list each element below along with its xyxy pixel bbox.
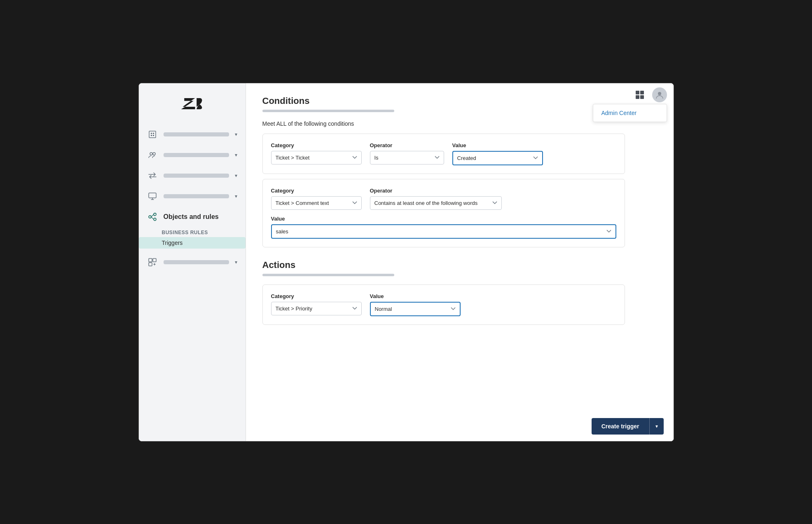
condition-2-value-label: Value	[271, 216, 616, 222]
app-frame: Admin Center	[138, 83, 674, 442]
user-avatar[interactable]	[652, 87, 667, 102]
chevron-down-icon-people: ▾	[235, 152, 237, 158]
nav-items: ▾ ▾	[139, 124, 246, 273]
sidebar-item-people[interactable]: ▾	[139, 145, 246, 165]
create-trigger-dropdown-button[interactable]: ▾	[649, 418, 664, 435]
action-card-1: Category Ticket > Priority Value Normal	[262, 284, 625, 325]
grid-cell-4	[640, 95, 644, 99]
sub-nav: Business rules Triggers	[139, 227, 246, 249]
svg-rect-13	[153, 258, 156, 262]
building-icon	[147, 129, 158, 140]
sidebar: ▾ ▾	[139, 83, 246, 441]
condition-row-2: Category Ticket > Comment text Operator …	[271, 188, 616, 210]
condition-2-operator-group: Operator Contains at least one of the fo…	[370, 188, 502, 210]
condition-1-value-select[interactable]: Created	[452, 151, 543, 165]
svg-rect-2	[151, 133, 152, 134]
svg-rect-3	[153, 133, 154, 134]
chevron-down-icon-routing: ▾	[235, 173, 237, 179]
condition-2-category-select[interactable]: Ticket > Comment text	[271, 196, 362, 210]
admin-center-dropdown: Admin Center	[593, 104, 667, 122]
bottom-spacer	[262, 330, 625, 363]
objects-rules-label: Objects and rules	[164, 213, 237, 221]
action-row-1: Category Ticket > Priority Value Normal	[271, 293, 616, 316]
conditions-subtitle: Meet ALL of the following conditions	[262, 120, 625, 127]
conditions-section: Conditions Meet ALL of the following con…	[262, 96, 625, 247]
chevron-down-icon-monitor: ▾	[235, 193, 237, 199]
svg-rect-12	[149, 258, 152, 262]
sidebar-item-workspace[interactable]: ▾	[139, 124, 246, 145]
condition-2-operator-select[interactable]: Contains at least one of the following w…	[370, 196, 502, 210]
condition-1-category-select[interactable]: Ticket > Ticket	[271, 151, 362, 164]
nav-label-bar-workspace	[164, 132, 229, 136]
create-trigger-button[interactable]: Create trigger	[592, 418, 649, 435]
action-1-category-label: Category	[271, 293, 362, 299]
condition-1-operator-label: Operator	[370, 142, 444, 148]
svg-rect-1	[149, 131, 156, 138]
sidebar-item-monitor[interactable]: ▾	[139, 186, 246, 207]
sidebar-item-objects-rules[interactable]: Objects and rules	[139, 207, 246, 227]
conditions-title: Conditions	[262, 96, 625, 106]
svg-rect-4	[151, 135, 152, 136]
condition-1-category-label: Category	[271, 142, 362, 148]
grid-icon-button[interactable]	[632, 87, 647, 102]
objects-rules-icon	[147, 211, 158, 222]
conditions-bar	[262, 110, 394, 112]
condition-2-category-label: Category	[271, 188, 362, 194]
content-area: Conditions Meet ALL of the following con…	[246, 83, 674, 441]
svg-point-10	[154, 213, 156, 216]
content-inner: Conditions Meet ALL of the following con…	[246, 83, 641, 375]
action-1-category-select[interactable]: Ticket > Priority	[271, 302, 362, 315]
svg-point-11	[154, 218, 156, 221]
nav-label-bar-monitor	[164, 194, 229, 198]
condition-card-1: Category Ticket > Ticket Operator Is	[262, 134, 625, 174]
zendesk-logo	[180, 96, 204, 114]
condition-2-value-group: Value sales	[271, 216, 616, 239]
condition-1-operator-group: Operator Is	[370, 142, 444, 164]
grid-icon	[636, 91, 644, 99]
svg-rect-5	[153, 135, 154, 136]
svg-rect-14	[149, 263, 152, 266]
svg-point-7	[153, 153, 155, 155]
grid-cell-2	[640, 91, 644, 94]
actions-bar	[262, 274, 394, 276]
svg-point-9	[149, 216, 151, 218]
apps-icon	[147, 257, 158, 268]
people-icon	[147, 150, 158, 160]
condition-1-operator-select[interactable]: Is	[370, 151, 444, 164]
nav-label-bar-people	[164, 153, 229, 157]
grid-cell-1	[636, 91, 639, 94]
action-1-value-group: Value Normal	[370, 293, 461, 316]
admin-center-link[interactable]: Admin Center	[601, 110, 637, 116]
actions-title: Actions	[262, 260, 625, 270]
routing-icon	[147, 170, 158, 181]
action-1-category-group: Category Ticket > Priority	[271, 293, 362, 315]
sidebar-item-triggers[interactable]: Triggers	[139, 237, 246, 249]
condition-card-2: Category Ticket > Comment text Operator …	[262, 179, 625, 247]
chevron-down-icon-apps: ▾	[235, 259, 237, 265]
nav-label-bar-apps	[164, 260, 229, 264]
condition-1-value-label: Value	[452, 142, 543, 148]
action-1-value-select[interactable]: Normal	[370, 302, 461, 316]
condition-1-value-group: Value Created	[452, 142, 543, 165]
chevron-down-icon-workspace: ▾	[235, 132, 237, 137]
condition-2-category-group: Category Ticket > Comment text	[271, 188, 362, 210]
condition-2-value-row: Value sales	[271, 216, 616, 239]
main-layout: ▾ ▾	[139, 83, 674, 441]
actions-section: Actions Category Ticket > Priority	[262, 260, 625, 325]
business-rules-group-label: Business rules	[139, 227, 246, 237]
svg-rect-8	[149, 193, 156, 198]
sidebar-item-apps[interactable]: ▾	[139, 252, 246, 273]
sidebar-item-routing[interactable]: ▾	[139, 165, 246, 186]
monitor-icon	[147, 191, 158, 202]
condition-2-value-select[interactable]: sales	[271, 224, 616, 239]
logo-area	[139, 87, 246, 124]
svg-point-0	[658, 92, 661, 95]
condition-row-1: Category Ticket > Ticket Operator Is	[271, 142, 616, 165]
condition-2-operator-label: Operator	[370, 188, 502, 194]
grid-cell-3	[636, 95, 639, 99]
nav-label-bar-routing	[164, 174, 229, 178]
bottom-bar: Create trigger ▾	[353, 411, 674, 441]
condition-1-category-group: Category Ticket > Ticket	[271, 142, 362, 164]
header-icons	[632, 87, 667, 102]
action-1-value-label: Value	[370, 293, 461, 299]
